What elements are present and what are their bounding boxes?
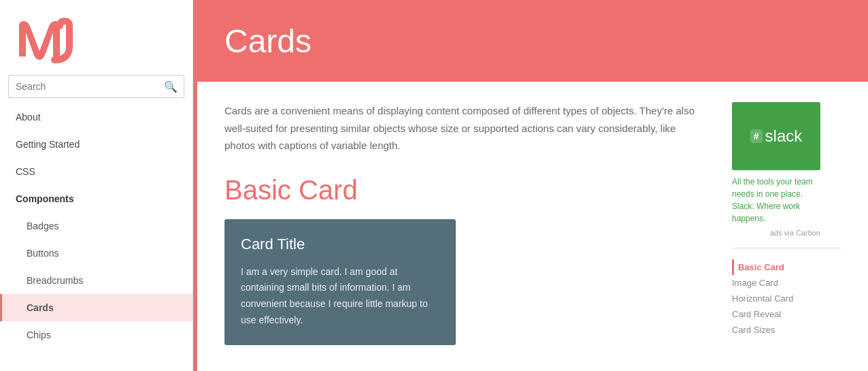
- sidebar-item-chips[interactable]: Chips: [0, 321, 193, 349]
- main-content-area: Cards Cards are a convenient means of di…: [197, 0, 868, 371]
- card-title: Card Title: [241, 236, 439, 253]
- ad-banner[interactable]: # slack: [732, 102, 820, 170]
- sidebar-item-components[interactable]: Components: [0, 185, 193, 212]
- slack-brand: slack: [765, 127, 803, 146]
- slack-hash-icon: #: [750, 129, 763, 143]
- logo-area: [0, 0, 193, 75]
- page-title: Cards: [224, 22, 312, 60]
- content-area: Cards are a convenient means of displayi…: [197, 82, 868, 371]
- logo-icon: [14, 16, 75, 63]
- demo-card: Card Title I am a very simple card. I am…: [224, 219, 456, 345]
- sidebar: 🔍 About Getting Started CSS Components B…: [0, 0, 193, 371]
- intro-description: Cards are a convenient means of displayi…: [224, 102, 705, 155]
- toc-item-card-reveal[interactable]: Card Reveal: [732, 306, 841, 322]
- right-sidebar: # slack All the tools your team needs in…: [732, 102, 841, 357]
- card-body: I am a very simple card. I am good at co…: [241, 264, 439, 329]
- ads-via: ads via Carbon: [732, 229, 820, 237]
- search-input[interactable]: [8, 75, 184, 98]
- ad-caption: All the tools your team needs in one pla…: [732, 176, 820, 225]
- slack-logo: # slack: [750, 127, 802, 146]
- sidebar-item-breadcrumbs[interactable]: Breadcrumbs: [0, 267, 193, 294]
- main-section: Cards are a convenient means of displayi…: [224, 102, 705, 357]
- toc-divider: [732, 248, 841, 248]
- toc-item-basic-card[interactable]: Basic Card: [732, 259, 841, 275]
- sidebar-item-css[interactable]: CSS: [0, 158, 193, 185]
- sidebar-item-getting-started[interactable]: Getting Started: [0, 131, 193, 158]
- hero-banner: Cards: [197, 0, 868, 82]
- toc-item-card-sizes[interactable]: Card Sizes: [732, 322, 841, 338]
- search-icon: 🔍: [164, 80, 178, 93]
- sidebar-item-badges[interactable]: Badges: [0, 212, 193, 240]
- search-area: 🔍: [0, 75, 193, 103]
- toc-item-horizontal-card[interactable]: Horizontal Card: [732, 291, 841, 306]
- sidebar-item-buttons[interactable]: Buttons: [0, 240, 193, 267]
- toc-item-image-card[interactable]: Image Card: [732, 275, 841, 291]
- sidebar-item-cards[interactable]: Cards: [0, 294, 193, 321]
- sidebar-item-about[interactable]: About: [0, 103, 193, 131]
- basic-card-heading: Basic Card: [224, 175, 705, 206]
